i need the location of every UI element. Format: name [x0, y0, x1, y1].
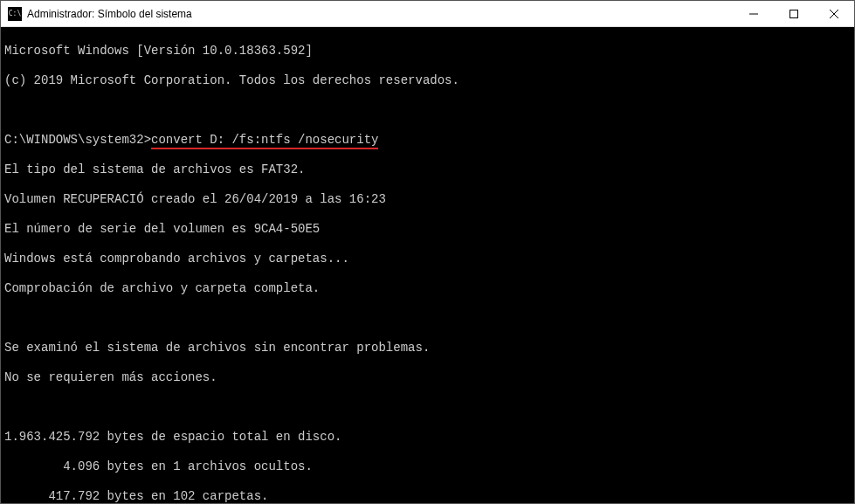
terminal-line — [4, 103, 851, 118]
terminal-line: Volumen RECUPERACIÓ creado el 26/04/2019… — [4, 192, 851, 207]
minimize-button[interactable] — [734, 1, 774, 26]
terminal-line: Se examinó el sistema de archivos sin en… — [4, 341, 851, 356]
svg-rect-1 — [790, 10, 798, 17]
terminal-line: 417.792 bytes en 102 carpetas. — [4, 489, 851, 503]
window-title: Administrador: Símbolo del sistema — [27, 8, 734, 20]
terminal-line: Windows está comprobando archivos y carp… — [4, 252, 851, 266]
window-controls — [734, 1, 854, 26]
window-titlebar: C:\ Administrador: Símbolo del sistema — [1, 1, 854, 27]
terminal-line: 1.963.425.792 bytes de espacio total en … — [4, 430, 851, 445]
terminal-line: El tipo del sistema de archivos es FAT32… — [4, 162, 851, 177]
terminal-line: (c) 2019 Microsoft Corporation. Todos lo… — [4, 73, 851, 88]
prompt-prefix: C:\WINDOWS\system32> — [4, 133, 151, 147]
close-button[interactable] — [814, 1, 854, 26]
terminal-line: No se requieren más acciones. — [4, 370, 851, 385]
terminal-line — [4, 311, 851, 326]
terminal-line: C:\WINDOWS\system32>convert D: /fs:ntfs … — [4, 133, 851, 148]
terminal-line: Microsoft Windows [Versión 10.0.18363.59… — [4, 44, 851, 59]
terminal-line: Comprobación de archivo y carpeta comple… — [4, 281, 851, 296]
maximize-button[interactable] — [774, 1, 814, 26]
command-text: convert D: /fs:ntfs /nosecurity — [151, 133, 378, 148]
terminal-line: 4.096 bytes en 1 archivos ocultos. — [4, 459, 851, 474]
terminal-line: El número de serie del volumen es 9CA4-5… — [4, 222, 851, 237]
cmd-icon: C:\ — [8, 7, 22, 21]
terminal-line — [4, 400, 851, 415]
terminal-viewport[interactable]: Microsoft Windows [Versión 10.0.18363.59… — [1, 27, 854, 503]
